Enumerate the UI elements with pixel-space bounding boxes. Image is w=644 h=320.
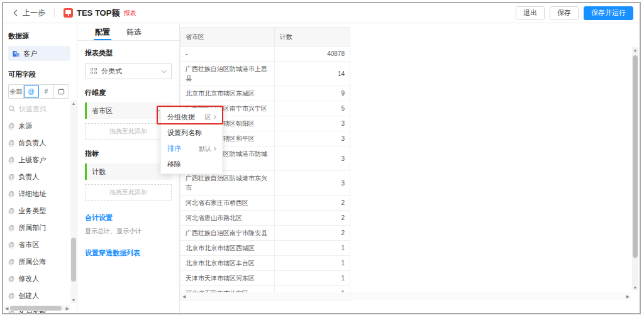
report-type-label: 报表类型 [85, 48, 172, 58]
table-row: 广西壮族自治区防城港市上思县14 [180, 62, 350, 86]
field-label: 上级客户 [18, 155, 46, 165]
menu-item-value: 默认 [199, 145, 211, 153]
search-icon [8, 105, 16, 113]
exit-button[interactable]: 退出 [516, 6, 545, 20]
scroll-up-icon[interactable]: ▲ [72, 101, 76, 106]
region-cell: 河北省唐山市路北区 [180, 211, 275, 226]
filter-tab-date[interactable] [54, 85, 69, 98]
field-label: 省市区 [18, 240, 39, 250]
chevron-down-icon [162, 67, 167, 72]
field-label: 详细地址 [18, 189, 46, 199]
row-dimension-item-region[interactable]: 省市区 ··· [85, 102, 172, 119]
scroll-down-icon[interactable]: ▼ [633, 285, 638, 290]
field-item-owner[interactable]: @负责人 [8, 168, 70, 185]
search-input[interactable] [19, 105, 65, 113]
table-row: -40878 [180, 47, 350, 62]
region-cell: 广西壮族自治区防城港市上思县 [180, 62, 275, 86]
filter-tab-all[interactable]: 全部 [9, 85, 24, 98]
field-item-prev-owner[interactable]: @前负责人 [8, 135, 70, 152]
save-and-run-button[interactable]: 保存并运行 [584, 6, 633, 20]
tab-configure[interactable]: 配置 [95, 24, 110, 40]
at-icon: @ [8, 224, 14, 231]
field-item-address[interactable]: @详细地址 [8, 185, 70, 202]
table-row: 天津市天津市辖区河东区1 [180, 271, 350, 286]
report-icon [64, 8, 73, 18]
menu-item-group-by[interactable]: 分组依据 区 [161, 109, 222, 125]
drill-through-link[interactable]: 设置穿透数据列表 [85, 248, 172, 258]
count-cell: 5 [275, 101, 350, 116]
totals-settings-link[interactable]: 合计设置 [85, 213, 172, 223]
region-cell: 北京市北京市辖区西城区 [180, 241, 275, 256]
chevron-right-icon [212, 115, 216, 119]
back-button[interactable]: 上一步 [14, 8, 45, 18]
region-cell: 广西壮族自治区防城港市东兴市 [180, 171, 275, 196]
field-label: 前负责人 [18, 138, 46, 148]
scrollbar-thumb[interactable] [71, 238, 76, 282]
column-header-region: 省市区 [180, 28, 275, 47]
region-cell: 北京市北京市辖区丰台区 [180, 256, 275, 271]
table-horizontal-scrollbar[interactable]: ◀ ▶ [181, 292, 631, 300]
field-item-business-type[interactable]: @业务类型 [8, 202, 70, 219]
at-icon: @ [8, 140, 14, 146]
field-label: 所属部门 [18, 223, 46, 233]
field-item-public-pool[interactable]: @所属公海 [8, 253, 70, 270]
table-row: 北京市北京市辖区西城区1 [180, 241, 350, 256]
field-item-creator[interactable]: @创建人 [8, 287, 70, 304]
report-type-select[interactable]: 分类式 [85, 63, 172, 79]
report-type-badge: 报表 [123, 9, 136, 18]
field-item-source[interactable]: @来源 [8, 118, 70, 135]
totals-description: 显示总计、显示小计 [85, 227, 172, 236]
filter-tab-text[interactable]: @ [24, 85, 39, 98]
at-icon: @ [8, 157, 14, 163]
row-dimension-label: 行维度 [85, 88, 172, 97]
sidebar-horizontal-scrollbar[interactable]: ◀ ▶ [4, 305, 70, 311]
scroll-left-icon[interactable]: ◀ [182, 294, 186, 299]
datasource-item-customer[interactable]: 客户 [8, 46, 70, 61]
sidebar-vertical-scrollbar[interactable]: ▲ ▼ [70, 101, 77, 303]
count-cell: 1 [275, 256, 350, 271]
menu-item-sort[interactable]: 排序 默认 [161, 141, 222, 157]
save-button[interactable]: 保存 [550, 6, 579, 20]
scroll-down-icon[interactable]: ▼ [72, 298, 76, 302]
menu-item-label: 分组依据 [167, 113, 195, 122]
preview-table-area: 省市区 计数 -40878 广西壮族自治区防城港市上思县14 北京市北京市辖区东… [180, 24, 640, 313]
field-item-region[interactable]: @省市区 [8, 236, 70, 253]
datasource-label: 客户 [23, 49, 37, 58]
at-icon: @ [8, 258, 14, 265]
scroll-up-icon[interactable]: ▲ [633, 48, 638, 52]
scroll-left-icon[interactable]: ◀ [5, 306, 8, 311]
field-label: 负责人 [18, 172, 39, 182]
metric-dropzone[interactable]: 拖拽至此添加 [85, 184, 172, 201]
config-tabs: 配置 筛选 [77, 24, 179, 41]
count-cell: 3 [275, 171, 350, 196]
at-icon: @ [8, 123, 14, 130]
report-type-value: 分类式 [101, 67, 122, 76]
topbar: 上一步 TES TOP额 报表 退出 保存 保存并运行 [3, 3, 640, 23]
menu-item-set-column-name[interactable]: 设置列名称 [161, 125, 222, 141]
table-vertical-scrollbar[interactable]: ▲ ▼ [632, 47, 638, 290]
divider [54, 8, 55, 18]
table-row: 河北省唐山市路北区2 [180, 211, 350, 226]
filter-tab-number[interactable]: # [39, 85, 54, 98]
scroll-right-icon[interactable]: ▶ [66, 306, 69, 311]
field-search[interactable] [8, 105, 70, 113]
region-cell: 天津市天津市辖区河东区 [180, 271, 275, 286]
field-label: 来源 [18, 121, 32, 131]
menu-item-remove[interactable]: 移除 [161, 157, 222, 172]
page-title: TES TOP额 [77, 8, 119, 19]
dimension-dropzone[interactable]: 拖拽至此添加 [85, 123, 172, 140]
field-item-modifier[interactable]: @修改人 [8, 270, 70, 287]
scrollbar-thumb[interactable] [633, 55, 638, 258]
content: 数据源 客户 可用字段 全部 @ # [3, 24, 640, 313]
metric-item-count[interactable]: 计数 [85, 163, 172, 180]
table-row: 广西壮族自治区南宁市隆安县2 [180, 226, 350, 241]
at-icon: @ [8, 241, 14, 248]
menu-item-label: 移除 [167, 160, 181, 169]
field-item-department[interactable]: @所属部门 [8, 219, 70, 236]
scroll-right-icon[interactable]: ▶ [626, 294, 630, 299]
tab-filter[interactable]: 筛选 [126, 24, 142, 40]
count-cell: 1 [275, 241, 350, 256]
field-item-parent-customer[interactable]: @上级客户 [8, 152, 70, 168]
scrollbar-thumb[interactable] [10, 306, 62, 311]
sidebar: 数据源 客户 可用字段 全部 @ # [3, 24, 77, 313]
